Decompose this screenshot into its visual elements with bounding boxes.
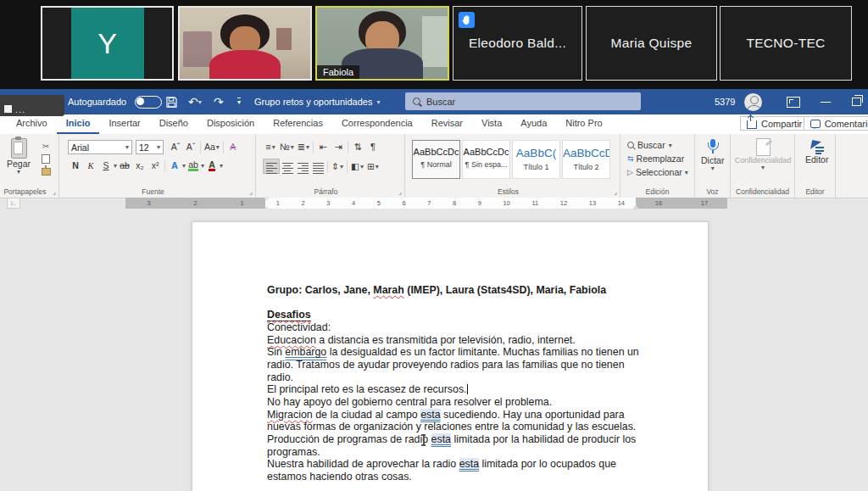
share-button[interactable]: Compartir: [740, 116, 809, 131]
text-effects-button[interactable]: A: [167, 159, 182, 172]
font-color-dropdown-icon[interactable]: ▾: [220, 163, 223, 169]
clipboard-dialog-launcher[interactable]: ⌟: [53, 188, 56, 196]
italic-button[interactable]: K: [83, 159, 98, 172]
comments-button[interactable]: Comentarios: [804, 116, 868, 131]
tab-insertar[interactable]: Insertar: [99, 114, 149, 134]
numbering-button[interactable]: №▾: [278, 140, 296, 153]
tab-nitro-pro[interactable]: Nitro Pro: [556, 114, 611, 134]
participant-tile-y[interactable]: Y: [41, 6, 174, 81]
find-button[interactable]: Buscar ▾: [627, 139, 672, 151]
tab-referencias[interactable]: Referencias: [264, 114, 332, 134]
doc-paragraph[interactable]: Educacion a distancia es transmitida por…: [267, 334, 644, 347]
underline-button[interactable]: S: [98, 159, 114, 172]
align-center-button[interactable]: [280, 159, 295, 173]
bullets-button[interactable]: ≡▾: [263, 140, 278, 153]
multilevel-list-button[interactable]: ≣▾: [296, 140, 311, 153]
paste-button[interactable]: Pegar ▾: [7, 138, 31, 175]
doc-paragraph[interactable]: No hay apoyo del gobierno central para r…: [267, 396, 644, 409]
editor-button[interactable]: Editor: [805, 139, 828, 165]
paste-dropdown-icon[interactable]: ▾: [17, 169, 20, 175]
styles-dialog-launcher[interactable]: ⌟: [614, 188, 617, 196]
participant-tile-video[interactable]: [178, 6, 312, 81]
replace-button[interactable]: ⇆ Reemplazar: [627, 153, 684, 165]
style-card--normal[interactable]: AaBbCcDc¶ Normal: [412, 140, 460, 179]
clear-formatting-button[interactable]: A: [225, 140, 241, 153]
dictate-button[interactable]: Dictar ▾: [701, 139, 724, 171]
shading-button[interactable]: ◧▾: [349, 159, 365, 173]
show-marks-button[interactable]: ¶: [365, 140, 381, 153]
style-card--sin-espa-[interactable]: AaBbCcDc¶ Sin espa...: [462, 140, 510, 179]
tab-disposici-n[interactable]: Disposición: [198, 114, 264, 134]
tab-archivo[interactable]: Archivo: [7, 114, 57, 134]
tab-inicio[interactable]: Inicio: [57, 114, 100, 134]
doc-paragraph[interactable]: El principal reto es la escasez de recur…: [267, 383, 644, 396]
style-card-t-tulo-1[interactable]: AaBbC(Título 1: [512, 140, 560, 179]
undo-button[interactable]: ↶▾: [188, 89, 202, 114]
doc-paragraph[interactable]: [267, 297, 644, 310]
align-right-button[interactable]: [295, 159, 310, 173]
ruler-number: 13: [589, 199, 596, 207]
select-button[interactable]: ▷ Seleccionar ▾: [627, 166, 688, 178]
undo-dropdown[interactable]: ▾: [198, 99, 202, 105]
document-body[interactable]: Grupo: Carlos, Jane, Marah (IMEP), Laura…: [267, 284, 644, 491]
doc-paragraph[interactable]: Nuestra habilidad de aprovechar la radio…: [267, 458, 644, 483]
font-color-button[interactable]: A: [204, 159, 220, 172]
style-card-t-tulo-2[interactable]: AaBbCcDTítulo 2: [562, 140, 610, 179]
borders-button[interactable]: ⊞▾: [365, 159, 381, 173]
change-case-button[interactable]: Aa▾: [203, 140, 221, 153]
document-page[interactable]: Grupo: Carlos, Jane, Marah (IMEP), Laura…: [192, 221, 709, 491]
autosave-toggle[interactable]: [129, 89, 162, 114]
decrease-indent-button[interactable]: ⇤: [315, 140, 331, 153]
ribbon-display-options-button[interactable]: [787, 89, 800, 114]
highlight-button[interactable]: ab: [186, 159, 201, 172]
font-dialog-launcher[interactable]: ⌟: [249, 188, 253, 196]
participant-tile-maria[interactable]: Maria Quispe: [586, 6, 717, 81]
format-painter-button[interactable]: [39, 166, 53, 177]
subscript-button[interactable]: x₂: [132, 159, 147, 172]
paragraph-dialog-launcher[interactable]: ⌟: [398, 188, 402, 196]
doc-paragraph[interactable]: Desafios: [267, 309, 644, 321]
tab-ayuda[interactable]: Ayuda: [511, 114, 556, 134]
tab-revisar[interactable]: Revisar: [422, 114, 472, 134]
font-name-combobox[interactable]: Arial ▾: [68, 140, 132, 154]
doc-paragraph[interactable]: Grupo: Carlos, Jane, Marah (IMEP), Laura…: [267, 284, 644, 297]
tab-vista[interactable]: Vista: [472, 114, 511, 134]
shrink-font-button[interactable]: Aˇ: [183, 140, 198, 153]
dictate-dropdown-icon[interactable]: ▾: [711, 165, 715, 171]
screen-share-overlay-tab[interactable]: ...: [0, 95, 64, 116]
save-button[interactable]: [166, 89, 177, 114]
doc-paragraph[interactable]: [267, 483, 644, 491]
redo-button[interactable]: ↷: [214, 89, 224, 114]
doc-paragraph[interactable]: Conectividad:: [267, 321, 644, 334]
copy-button[interactable]: [39, 153, 53, 165]
superscript-button[interactable]: x²: [147, 159, 163, 172]
align-left-button[interactable]: [263, 159, 280, 174]
strikethrough-button[interactable]: ab: [117, 159, 132, 172]
cut-button[interactable]: ✂: [39, 141, 53, 152]
tab-dise-o[interactable]: Diseño: [150, 114, 198, 134]
participant-tile-fabiola[interactable]: Fabiola: [315, 6, 449, 81]
right-indent-marker[interactable]: [632, 201, 639, 209]
document-title[interactable]: Grupo retos y oportunidades ▾: [254, 89, 380, 114]
grow-font-button[interactable]: Aˆ: [168, 140, 183, 153]
justify-button[interactable]: [310, 159, 326, 173]
quick-access-more-button[interactable]: ▾: [237, 89, 241, 114]
search-box[interactable]: Buscar: [405, 92, 641, 110]
tab-correspondencia[interactable]: Correspondencia: [332, 114, 422, 134]
participant-tile-tecno[interactable]: TECNO-TEC: [720, 6, 852, 81]
participant-tile-eleodoro[interactable]: Eleodoro Bald...: [453, 6, 582, 81]
doc-paragraph[interactable]: Producción de programas de radio esta li…: [267, 433, 644, 458]
restore-button[interactable]: [850, 89, 861, 114]
doc-paragraph[interactable]: Migracion de la ciudad al campo esta suc…: [267, 409, 644, 433]
increase-indent-button[interactable]: ⇥: [331, 140, 346, 153]
account-avatar[interactable]: [744, 89, 762, 114]
doc-paragraph[interactable]: Sin embargo la desigualdad es un factor …: [267, 346, 644, 383]
tab-selector-button[interactable]: ∟: [7, 198, 20, 209]
line-spacing-button[interactable]: ⇕▾: [330, 159, 345, 173]
hanging-indent-marker[interactable]: [264, 203, 270, 210]
bold-button[interactable]: N: [68, 159, 83, 172]
sort-button[interactable]: ⇅: [350, 140, 365, 153]
horizontal-ruler[interactable]: 321 1234567891011121314 1617: [125, 198, 727, 209]
minimize-button[interactable]: —: [821, 89, 831, 114]
font-size-combobox[interactable]: 12 ▾: [136, 140, 164, 154]
